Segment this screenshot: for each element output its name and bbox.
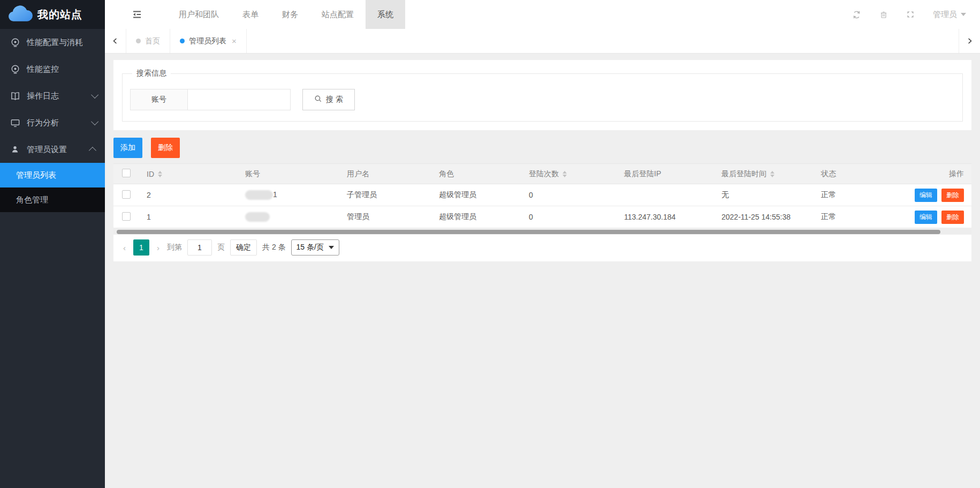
sidebar-item-behavior-analysis[interactable]: 行为分析: [0, 109, 105, 136]
sidebar-item-performance-config[interactable]: 性能配置与消耗: [0, 29, 105, 56]
refresh-icon[interactable]: [852, 10, 861, 19]
site-logo[interactable]: 我的站点: [0, 0, 105, 29]
cell-role: 超级管理员: [430, 184, 520, 206]
sidebar-item-admin-settings[interactable]: 管理员设置: [0, 136, 105, 163]
row-checkbox[interactable]: [122, 190, 131, 199]
prev-page-icon[interactable]: ‹: [121, 243, 128, 252]
trash-icon[interactable]: [879, 10, 888, 19]
row-delete-button[interactable]: 删除: [941, 211, 964, 224]
sidebar-item-label: 操作日志: [27, 91, 91, 101]
select-all-checkbox[interactable]: [122, 169, 131, 177]
scrollbar-thumb[interactable]: [117, 230, 940, 234]
app-root: 我的站点 性能配置与消耗 性能监控 操作日志 行为分析: [0, 0, 980, 488]
nav-item-label: 用户和团队: [179, 10, 219, 20]
tab-admin-list[interactable]: 管理员列表 ×: [170, 29, 247, 53]
nav-item-label: 表单: [242, 10, 259, 20]
goto-prefix-label: 到第: [167, 243, 182, 252]
user-menu[interactable]: 管理员: [933, 10, 966, 20]
cell-last-ip: 113.247.30.184: [616, 206, 713, 228]
next-page-icon[interactable]: ›: [155, 243, 162, 252]
table-row: 2 1 子管理员 超级管理员 0 无 正常 编辑删除: [113, 184, 971, 206]
redacted-account: [245, 212, 270, 222]
broadcast-icon: [10, 64, 20, 74]
account-label: 账号: [130, 89, 188, 110]
nav-item-site-config[interactable]: 站点配置: [310, 0, 366, 29]
goto-page-input[interactable]: [187, 239, 212, 256]
current-page-button[interactable]: 1: [133, 239, 149, 256]
pagination: ‹ 1 › 到第 页 确定 共 2 条 15 条/页: [113, 235, 971, 261]
tab-bar: 首页 管理员列表 ×: [105, 29, 980, 54]
nav-item-label: 系统: [377, 10, 393, 20]
cell-username: 管理员: [338, 206, 430, 228]
delete-button[interactable]: 删除: [151, 138, 180, 158]
tab-label: 首页: [145, 36, 160, 46]
search-panel-legend: 搜索信息: [132, 69, 171, 78]
sidebar-item-admin-list[interactable]: 管理员列表: [0, 163, 105, 187]
table-header-row: ID 账号 用户名 角色 登陆次数 最后登陆IP 最后登陆时间 状态 操作: [113, 164, 971, 184]
redacted-account: [245, 190, 273, 200]
account-suffix: 1: [273, 190, 277, 199]
nav-item-system[interactable]: 系统: [366, 0, 405, 29]
sidebar-item-operation-log[interactable]: 操作日志: [0, 82, 105, 109]
page-size-select[interactable]: 15 条/页: [291, 239, 339, 256]
sidebar-item-label: 行为分析: [27, 118, 91, 128]
cell-login-count: 0: [520, 206, 616, 228]
sort-icon[interactable]: [770, 171, 774, 177]
chevron-down-icon: [91, 91, 98, 99]
cloud-logo-icon: [6, 3, 34, 26]
site-name: 我的站点: [37, 7, 82, 22]
cell-status: 正常: [812, 184, 894, 206]
search-button-label: 搜 索: [326, 95, 343, 104]
row-checkbox[interactable]: [122, 212, 131, 221]
cell-id: 2: [138, 184, 237, 206]
tab-dot-icon: [180, 39, 185, 43]
column-header-actions: 操作: [894, 164, 971, 184]
cell-last-time: 2022-11-25 14:55:38: [713, 206, 812, 228]
add-button[interactable]: 添加: [113, 138, 142, 158]
column-header-last-ip: 最后登陆IP: [616, 164, 713, 184]
search-button[interactable]: 搜 索: [302, 89, 355, 110]
search-icon: [314, 95, 322, 104]
top-nav: 用户和团队 表单 财务 站点配置 系统: [167, 0, 405, 29]
nav-item-forms[interactable]: 表单: [231, 0, 270, 29]
sort-icon[interactable]: [158, 171, 162, 177]
cell-login-count: 0: [520, 184, 616, 206]
menu-fold-icon[interactable]: [132, 9, 142, 20]
edit-button[interactable]: 编辑: [915, 189, 937, 202]
cell-role: 超级管理员: [430, 206, 520, 228]
cell-status: 正常: [812, 206, 894, 228]
nav-item-label: 站点配置: [322, 10, 354, 20]
nav-item-finance[interactable]: 财务: [270, 0, 310, 29]
tab-label: 管理员列表: [189, 36, 226, 46]
edit-button[interactable]: 编辑: [915, 211, 937, 224]
sidebar-item-label: 管理员设置: [27, 145, 91, 155]
tabs-scroll-left-icon[interactable]: [105, 29, 126, 53]
submenu-item-label: 管理员列表: [16, 170, 56, 181]
table-toolbar: 添加 删除: [113, 130, 971, 163]
sidebar-item-label: 性能监控: [27, 64, 96, 74]
column-header-id: ID: [147, 170, 154, 178]
sidebar-item-performance-monitor[interactable]: 性能监控: [0, 56, 105, 82]
cell-account: [237, 206, 338, 228]
topbar-actions: 管理员: [852, 10, 980, 20]
account-input[interactable]: [188, 89, 291, 110]
close-icon[interactable]: ×: [232, 36, 237, 46]
horizontal-scrollbar: [113, 229, 971, 235]
book-icon: [10, 91, 20, 101]
top-header: 用户和团队 表单 财务 站点配置 系统 管理员: [105, 0, 980, 29]
tabs-scroll-right-icon[interactable]: [959, 29, 980, 53]
nav-item-users-teams[interactable]: 用户和团队: [167, 0, 231, 29]
goto-suffix-label: 页: [217, 243, 225, 252]
sort-icon[interactable]: [563, 171, 567, 177]
cell-account: 1: [237, 184, 338, 206]
row-delete-button[interactable]: 删除: [941, 189, 964, 202]
tab-home[interactable]: 首页: [126, 29, 170, 53]
page-content: 搜索信息 账号 搜 索: [105, 54, 980, 488]
nav-item-label: 财务: [282, 10, 298, 20]
sidebar-item-role-management[interactable]: 角色管理: [0, 187, 105, 212]
broadcast-icon: [10, 37, 20, 48]
fullscreen-icon[interactable]: [906, 10, 915, 19]
confirm-button[interactable]: 确定: [230, 239, 257, 256]
admin-table: ID 账号 用户名 角色 登陆次数 最后登陆IP 最后登陆时间 状态 操作 2: [113, 163, 971, 228]
column-header-username: 用户名: [338, 164, 430, 184]
